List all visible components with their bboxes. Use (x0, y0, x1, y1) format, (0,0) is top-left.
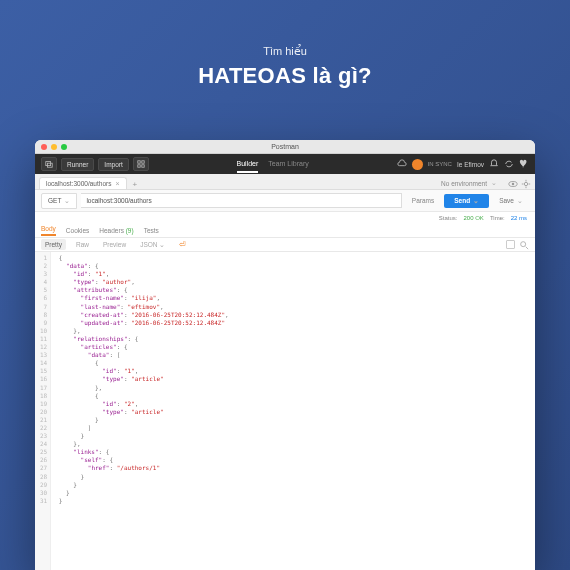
send-button[interactable]: Send ⌄ (444, 194, 489, 208)
window-chrome: Postman (35, 140, 535, 154)
sync-icon[interactable] (504, 159, 514, 169)
center-tabs: Builder Team Library (153, 156, 393, 173)
tab-tests[interactable]: Tests (144, 227, 159, 234)
user-name[interactable]: Ie Efimov (457, 161, 484, 168)
send-label: Send (454, 197, 470, 204)
request-tab-label: localhost:3000/authors (46, 180, 111, 187)
environment-select[interactable]: No environment ⌄ (433, 177, 505, 189)
svg-rect-5 (142, 165, 144, 167)
close-tab-icon[interactable]: × (115, 180, 119, 187)
new-tab-icon[interactable] (41, 157, 57, 171)
request-tab[interactable]: localhost:3000/authors × (39, 177, 127, 189)
import-button[interactable]: Import (98, 158, 128, 171)
hero-title: HATEOAS là gì? (0, 63, 570, 89)
eye-icon[interactable] (508, 179, 518, 189)
hero-subtitle: Tìm hiểu (0, 45, 570, 58)
chevron-down-icon: ⌄ (517, 197, 523, 205)
tab-headers[interactable]: Headers (9) (99, 227, 133, 234)
response-body[interactable]: 1234567891011121314151617181920212223242… (35, 252, 535, 570)
copy-icon[interactable] (506, 240, 515, 249)
status-label: Status: (439, 215, 458, 221)
postman-window: Postman Runner Import Builder Team Libra… (35, 140, 535, 570)
format-label: JSON (140, 241, 157, 248)
tab-headers-label: Headers (99, 227, 124, 234)
save-label: Save (499, 197, 514, 204)
add-tab-button[interactable]: + (130, 180, 141, 189)
svg-point-7 (512, 183, 515, 186)
request-row: GET ⌄ localhost:3000/authors Params Send… (35, 190, 535, 212)
headers-count: (9) (126, 227, 134, 234)
params-button[interactable]: Params (406, 197, 440, 204)
view-options: Pretty Raw Preview JSON ⌄ ⏎ (35, 238, 535, 252)
gear-icon[interactable] (521, 179, 531, 189)
tab-team-library[interactable]: Team Library (268, 156, 308, 173)
url-input[interactable]: localhost:3000/authors (81, 193, 401, 208)
heart-icon[interactable] (519, 159, 529, 169)
runner-button[interactable]: Runner (61, 158, 94, 171)
tab-body[interactable]: Body (41, 225, 56, 236)
svg-point-9 (521, 241, 526, 246)
cloud-icon[interactable] (397, 159, 407, 169)
tab-cookies[interactable]: Cookies (66, 227, 89, 234)
svg-rect-1 (47, 163, 52, 167)
method-select[interactable]: GET ⌄ (41, 193, 77, 209)
method-label: GET (48, 197, 61, 204)
svg-rect-4 (138, 165, 140, 167)
avatar[interactable] (412, 159, 423, 170)
window-title: Postman (35, 143, 535, 150)
svg-point-8 (524, 182, 527, 185)
topbar: Runner Import Builder Team Library IN SY… (35, 154, 535, 174)
environment-label: No environment (441, 180, 487, 187)
response-tabs: Body Cookies Headers (9) Tests (35, 224, 535, 238)
view-preview[interactable]: Preview (99, 239, 130, 250)
view-raw[interactable]: Raw (72, 239, 93, 250)
status-value: 200 OK (464, 215, 484, 221)
tab-builder[interactable]: Builder (237, 156, 259, 173)
sync-status: IN SYNC (428, 161, 452, 167)
chevron-down-icon: ⌄ (64, 197, 70, 205)
bell-icon[interactable] (489, 159, 499, 169)
status-row: Status: 200 OK Time: 22 ms (35, 212, 535, 224)
request-tabstrip: localhost:3000/authors × + No environmen… (35, 174, 535, 190)
code-content: { "data": { "id": "1", "type": "author",… (51, 252, 232, 570)
collections-icon[interactable] (133, 157, 149, 171)
time-value: 22 ms (511, 215, 527, 221)
chevron-down-icon: ⌄ (491, 179, 497, 187)
chevron-down-icon: ⌄ (473, 197, 479, 205)
format-select[interactable]: JSON ⌄ (136, 239, 169, 251)
search-icon[interactable] (519, 240, 529, 250)
line-gutter: 1234567891011121314151617181920212223242… (35, 252, 51, 570)
time-label: Time: (490, 215, 505, 221)
svg-rect-0 (46, 162, 51, 166)
chevron-down-icon: ⌄ (159, 241, 165, 249)
save-button[interactable]: Save ⌄ (493, 194, 529, 208)
svg-rect-3 (142, 161, 144, 163)
svg-rect-2 (138, 161, 140, 163)
hero: Tìm hiểu HATEOAS là gì? (0, 0, 570, 89)
view-pretty[interactable]: Pretty (41, 239, 66, 250)
wrap-icon[interactable]: ⏎ (179, 240, 186, 249)
